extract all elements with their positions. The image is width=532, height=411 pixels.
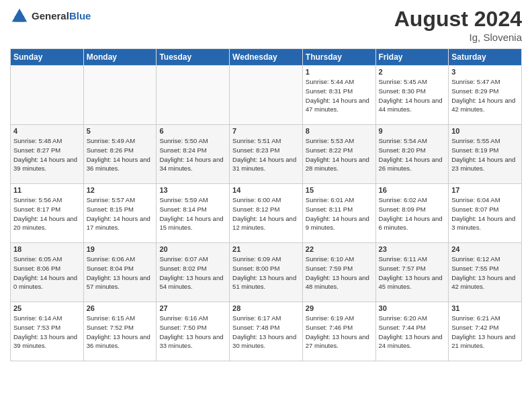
day-info: Sunrise: 5:45 AM Sunset: 8:30 PM Dayligh… [379, 77, 446, 114]
logo-general: General [32, 10, 69, 21]
day-info: Sunrise: 6:07 AM Sunset: 8:02 PM Dayligh… [159, 255, 226, 291]
calendar-cell: 17Sunrise: 6:04 AM Sunset: 8:07 PM Dayli… [449, 184, 522, 243]
day-info: Sunrise: 6:02 AM Sunset: 8:09 PM Dayligh… [379, 195, 446, 232]
day-number: 29 [306, 304, 373, 312]
day-info: Sunrise: 5:49 AM Sunset: 8:26 PM Dayligh… [87, 136, 154, 173]
calendar-week-2: 4Sunrise: 5:48 AM Sunset: 8:27 PM Daylig… [11, 125, 522, 184]
calendar-cell: 5Sunrise: 5:49 AM Sunset: 8:26 PM Daylig… [83, 125, 157, 184]
day-info: Sunrise: 6:20 AM Sunset: 7:44 PM Dayligh… [379, 314, 446, 351]
calendar-week-3: 11Sunrise: 5:56 AM Sunset: 8:17 PM Dayli… [11, 184, 522, 243]
calendar-cell: 24Sunrise: 6:12 AM Sunset: 7:55 PM Dayli… [449, 243, 522, 302]
day-number: 14 [232, 186, 300, 194]
calendar-cell: 7Sunrise: 5:51 AM Sunset: 8:23 PM Daylig… [230, 125, 303, 184]
logo-text: GeneralBlue [32, 10, 91, 22]
day-number: 9 [379, 127, 446, 135]
day-info: Sunrise: 6:00 AM Sunset: 8:12 PM Dayligh… [232, 195, 300, 232]
calendar-header-row: Sunday Monday Tuesday Wednesday Thursday… [11, 49, 522, 66]
day-number: 6 [159, 127, 226, 135]
calendar-cell: 10Sunrise: 5:55 AM Sunset: 8:19 PM Dayli… [449, 125, 522, 184]
day-number: 7 [232, 127, 300, 135]
day-number: 24 [451, 245, 519, 253]
calendar-cell: 21Sunrise: 6:09 AM Sunset: 8:00 PM Dayli… [230, 243, 303, 302]
calendar-cell: 3Sunrise: 5:47 AM Sunset: 8:29 PM Daylig… [449, 66, 522, 125]
day-info: Sunrise: 5:56 AM Sunset: 8:17 PM Dayligh… [13, 195, 81, 232]
calendar-cell: 23Sunrise: 6:11 AM Sunset: 7:57 PM Dayli… [375, 243, 449, 302]
day-number: 3 [451, 68, 519, 76]
calendar-cell [230, 66, 303, 125]
day-info: Sunrise: 5:48 AM Sunset: 8:27 PM Dayligh… [13, 136, 81, 173]
day-info: Sunrise: 5:55 AM Sunset: 8:19 PM Dayligh… [451, 136, 519, 173]
page: GeneralBlue August 2024 Ig, Slovenia Sun… [0, 0, 532, 411]
calendar-cell: 18Sunrise: 6:05 AM Sunset: 8:06 PM Dayli… [11, 243, 84, 302]
col-tuesday: Tuesday [157, 49, 230, 66]
day-number: 25 [13, 304, 81, 312]
day-info: Sunrise: 5:59 AM Sunset: 8:14 PM Dayligh… [159, 195, 226, 232]
day-info: Sunrise: 5:50 AM Sunset: 8:24 PM Dayligh… [159, 136, 226, 173]
day-info: Sunrise: 6:04 AM Sunset: 8:07 PM Dayligh… [451, 195, 519, 232]
calendar-cell [83, 66, 157, 125]
calendar-cell: 4Sunrise: 5:48 AM Sunset: 8:27 PM Daylig… [11, 125, 84, 184]
day-number: 17 [451, 186, 519, 194]
day-info: Sunrise: 6:10 AM Sunset: 7:59 PM Dayligh… [306, 255, 373, 291]
calendar-cell: 6Sunrise: 5:50 AM Sunset: 8:24 PM Daylig… [157, 125, 230, 184]
calendar-cell: 19Sunrise: 6:06 AM Sunset: 8:04 PM Dayli… [83, 243, 157, 302]
day-number: 15 [306, 186, 373, 194]
calendar-cell: 9Sunrise: 5:54 AM Sunset: 8:20 PM Daylig… [375, 125, 449, 184]
calendar-cell: 25Sunrise: 6:14 AM Sunset: 7:53 PM Dayli… [11, 302, 84, 361]
day-number: 2 [379, 68, 446, 76]
calendar-cell: 15Sunrise: 6:01 AM Sunset: 8:11 PM Dayli… [302, 184, 375, 243]
day-number: 19 [87, 245, 154, 253]
calendar-cell: 16Sunrise: 6:02 AM Sunset: 8:09 PM Dayli… [375, 184, 449, 243]
day-number: 31 [451, 304, 519, 312]
header: GeneralBlue August 2024 Ig, Slovenia [10, 7, 522, 43]
col-saturday: Saturday [449, 49, 522, 66]
logo-blue: Blue [69, 10, 91, 21]
title-block: August 2024 Ig, Slovenia [394, 7, 522, 43]
day-number: 27 [159, 304, 226, 312]
calendar-cell [157, 66, 230, 125]
col-thursday: Thursday [302, 49, 375, 66]
calendar-cell: 31Sunrise: 6:21 AM Sunset: 7:42 PM Dayli… [449, 302, 522, 361]
day-number: 28 [232, 304, 300, 312]
day-number: 22 [306, 245, 373, 253]
calendar-cell: 27Sunrise: 6:16 AM Sunset: 7:50 PM Dayli… [157, 302, 230, 361]
day-info: Sunrise: 5:57 AM Sunset: 8:15 PM Dayligh… [87, 195, 154, 232]
col-friday: Friday [375, 49, 449, 66]
day-info: Sunrise: 6:12 AM Sunset: 7:55 PM Dayligh… [451, 255, 519, 291]
logo: GeneralBlue [10, 7, 91, 26]
col-sunday: Sunday [11, 49, 84, 66]
day-number: 23 [379, 245, 446, 253]
col-monday: Monday [83, 49, 157, 66]
calendar-cell [11, 66, 84, 125]
calendar-cell: 12Sunrise: 5:57 AM Sunset: 8:15 PM Dayli… [83, 184, 157, 243]
calendar-cell: 11Sunrise: 5:56 AM Sunset: 8:17 PM Dayli… [11, 184, 84, 243]
calendar-week-4: 18Sunrise: 6:05 AM Sunset: 8:06 PM Dayli… [11, 243, 522, 302]
calendar-cell: 30Sunrise: 6:20 AM Sunset: 7:44 PM Dayli… [375, 302, 449, 361]
day-number: 13 [159, 186, 226, 194]
day-info: Sunrise: 6:09 AM Sunset: 8:00 PM Dayligh… [232, 255, 300, 291]
day-number: 11 [13, 186, 81, 194]
day-info: Sunrise: 5:53 AM Sunset: 8:22 PM Dayligh… [306, 136, 373, 173]
day-number: 26 [87, 304, 154, 312]
calendar-week-5: 25Sunrise: 6:14 AM Sunset: 7:53 PM Dayli… [11, 302, 522, 361]
day-number: 18 [13, 245, 81, 253]
day-info: Sunrise: 6:05 AM Sunset: 8:06 PM Dayligh… [13, 255, 81, 291]
calendar-cell: 29Sunrise: 6:19 AM Sunset: 7:46 PM Dayli… [302, 302, 375, 361]
day-number: 1 [306, 68, 373, 76]
day-number: 12 [87, 186, 154, 194]
calendar-cell: 13Sunrise: 5:59 AM Sunset: 8:14 PM Dayli… [157, 184, 230, 243]
day-number: 8 [306, 127, 373, 135]
calendar-cell: 26Sunrise: 6:15 AM Sunset: 7:52 PM Dayli… [83, 302, 157, 361]
day-number: 16 [379, 186, 446, 194]
svg-rect-2 [15, 16, 24, 21]
calendar-cell: 2Sunrise: 5:45 AM Sunset: 8:30 PM Daylig… [375, 66, 449, 125]
day-info: Sunrise: 5:51 AM Sunset: 8:23 PM Dayligh… [232, 136, 300, 173]
calendar-cell: 22Sunrise: 6:10 AM Sunset: 7:59 PM Dayli… [302, 243, 375, 302]
month-year: August 2024 [394, 7, 522, 32]
location: Ig, Slovenia [394, 32, 522, 43]
calendar-cell: 1Sunrise: 5:44 AM Sunset: 8:31 PM Daylig… [302, 66, 375, 125]
day-info: Sunrise: 5:54 AM Sunset: 8:20 PM Dayligh… [379, 136, 446, 173]
day-info: Sunrise: 5:44 AM Sunset: 8:31 PM Dayligh… [306, 77, 373, 114]
day-info: Sunrise: 6:16 AM Sunset: 7:50 PM Dayligh… [159, 314, 226, 351]
day-number: 4 [13, 127, 81, 135]
